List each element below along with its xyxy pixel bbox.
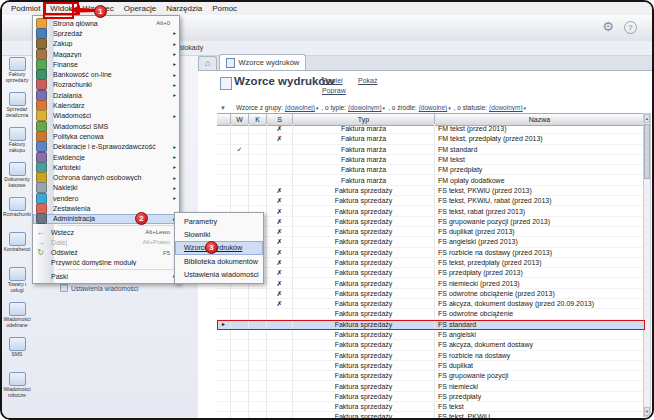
menu-item-sprzedaz[interactable]: Sprzedaż▸ (33, 28, 179, 38)
menu-item-rozrachunki[interactable]: Rozrachunki▸ (33, 80, 179, 90)
table-row[interactable]: ✗Faktura sprzedażyFS niemiecki (przed 20… (217, 278, 645, 288)
popraw-link[interactable]: Popraw (322, 87, 346, 94)
menu-item-bankowosc-on-line[interactable]: Bankowość on-line▸ (33, 69, 179, 79)
menu-item-deklaracje-i-e-sprawozdawczosc[interactable]: Deklaracje i e-Sprawozdawczość▸ (33, 142, 179, 152)
menu-item-wstecz[interactable]: ←WsteczAlt+Lewo (33, 227, 179, 237)
filter-value-dropdown[interactable]: (dowolne)▾ (419, 104, 451, 111)
menu-item-strona-glowna[interactable]: Strona głównaAlt+0 (33, 18, 179, 28)
menu-item-odswiez[interactable]: ↻OdświeżF5 (33, 248, 179, 258)
sidebar-item-rozrachunki[interactable]: Rozrachunki (2, 195, 32, 230)
table-row[interactable]: Faktura marżaFM przedpłaty (217, 165, 645, 175)
table-row[interactable]: ✗Faktura marżaFM tekst (przed 2013) (217, 124, 645, 134)
menu-item-kalendarz[interactable]: Kalendarz (33, 100, 179, 110)
menu-item-administracja[interactable]: Administracja▸ (33, 214, 179, 224)
submenu-item-slowniki[interactable]: Słowniki (175, 228, 263, 241)
cell-selector: ► (217, 320, 231, 329)
table-row[interactable]: Faktura sprzedażyFS duplikat (217, 361, 645, 371)
settings-gear-icon[interactable]: ⚙ (602, 20, 614, 33)
table-row[interactable]: Faktura sprzedażyFS angielski (217, 330, 645, 340)
table-row[interactable]: ✗Faktura sprzedażyFS tekst, rabat (przed… (217, 206, 645, 216)
submenu-item-wzorce-wydrukow[interactable]: Wzorce wydruków (175, 241, 263, 254)
table-row[interactable]: Faktura marżaFM opłaty dodatkowe (217, 175, 645, 185)
menu-item-przywroc-domyslne-moduly[interactable]: Przywróć domyślne moduły (33, 258, 179, 268)
sidebar-item-dokumenty-kasowe[interactable]: Dokumenty kasowe (2, 160, 32, 195)
menubar-item-pomoc[interactable]: Pomoc (207, 3, 242, 14)
submenu-item-ustawienia-wiadomosci[interactable]: Ustawienia wiadomości (175, 268, 263, 281)
menu-item-ochrona-danych-osobowych[interactable]: Ochrona danych osobowych▸ (33, 172, 179, 182)
tab-home[interactable]: ⌂ (198, 56, 217, 70)
menubar-item-narzedzia[interactable]: Narzędzia (161, 3, 207, 14)
sidebar-item-sprzedaz-detaliczna[interactable]: Sprzedaż detaliczna (2, 90, 32, 125)
table-row[interactable]: ✗Faktura sprzedażyFS tekst, PKWiU (przed… (217, 186, 645, 196)
powiel-link[interactable]: Powiel (322, 77, 343, 84)
home-icon: ⌂ (205, 59, 210, 68)
sidebar-item-towary-i-uslugi[interactable]: Towary i usługi (2, 265, 32, 300)
table-row[interactable]: ✗Faktura marżaFM tekst, przedpłaty (prze… (217, 134, 645, 144)
menu-item-paski[interactable]: Paski▸ (33, 271, 179, 281)
vertical-scrollbar[interactable]: ▲ ▼ (643, 113, 651, 417)
pokaz-link[interactable]: Pokaż (358, 77, 377, 84)
table-row[interactable]: Faktura sprzedażyFS przedpłaty (217, 392, 645, 402)
table-row[interactable]: ✗Faktura sprzedażyFS akcyza, dokument do… (217, 299, 645, 309)
menu-item-finanse[interactable]: Finanse▸ (33, 59, 179, 69)
scroll-down-icon[interactable]: ▼ (644, 407, 650, 416)
table-row[interactable]: ►Faktura sprzedażyFS standard (217, 320, 645, 330)
cell-nazwa: FM standard (435, 145, 645, 154)
menu-item-zakup[interactable]: Zakup▸ (33, 39, 179, 49)
menu-item-kartoteki[interactable]: Kartoteki▸ (33, 162, 179, 172)
cell-nazwa: FS przedpłaty (435, 392, 645, 401)
menu-item-wiadomosci[interactable]: Wiadomości▸ (33, 111, 179, 121)
cell-k (249, 351, 267, 360)
table-row[interactable]: Faktura sprzedażyFS rozbicie na dostawy (217, 351, 645, 361)
shortcut-item-label[interactable]: blokady (179, 44, 203, 51)
menubar-item-operacje[interactable]: Operacje (119, 3, 161, 14)
tab-wzorce-wydrukow[interactable]: Wzorce wydruków (219, 54, 306, 70)
sidebar-item-sms[interactable]: SMS (2, 335, 32, 370)
table-row[interactable]: ✗Faktura sprzedażyFS grupowanie pozycji … (217, 217, 645, 227)
table-row[interactable]: ✗Faktura sprzedażyFS duplikat (przed 201… (217, 227, 645, 237)
sidebar-item-wiadomosci-odebrane[interactable]: Wiadomości odebrane (2, 300, 32, 335)
menu-item-zestawienia[interactable]: Zestawienia (33, 203, 179, 213)
filter-value-dropdown[interactable]: (dowolnej)▾ (285, 104, 319, 111)
menu-item-ewidencje[interactable]: Ewidencje▸ (33, 152, 179, 162)
menu-item-wiadomosci-sms[interactable]: Wiadomości SMS (33, 121, 179, 131)
menu-item-dalej[interactable]: →DalejAlt+Prawo (33, 237, 179, 247)
submenu-item-biblioteka-dokumentow[interactable]: Biblioteka dokumentów (175, 255, 263, 268)
sidebar-item-label: Wiadomości robocze (2, 386, 32, 398)
menu-item-magazyn[interactable]: Magazyn▸ (33, 49, 179, 59)
help-icon[interactable]: ? (624, 21, 637, 34)
submenu-item-parametry[interactable]: Parametry (175, 215, 263, 228)
table-row[interactable]: Faktura sprzedażyFS grupowanie pozycji (217, 371, 645, 381)
menu-item-vendero[interactable]: vendero▸ (33, 193, 179, 203)
menubar-item-podmiot[interactable]: Podmiot (6, 3, 45, 14)
menu-item-polityka-cenowa[interactable]: Polityka cenowa (33, 131, 179, 141)
table-row[interactable]: ✓Faktura marżaFM standard (217, 145, 645, 155)
filter-value-dropdown[interactable]: (dowolnym)▾ (348, 104, 385, 111)
table-row[interactable]: Faktura marżaFM tekst (217, 155, 645, 165)
table-row[interactable]: ✗Faktura sprzedażyFS rozbicie na dostawy… (217, 248, 645, 258)
filter-value-dropdown[interactable]: (dowolnym)▾ (489, 104, 526, 111)
x-mark-icon: ✗ (277, 238, 283, 245)
table-row[interactable]: Faktura sprzedażyFS akcyza, dokument dos… (217, 340, 645, 350)
table-row[interactable]: Faktura sprzedażyFS odwrotne obciążenie (217, 309, 645, 319)
sidebar-item-wiadomosci-robocze[interactable]: Wiadomości robocze (2, 370, 32, 405)
scrollbar-thumb[interactable] (644, 124, 650, 179)
table-row[interactable]: ✗Faktura sprzedażyFS angielski (przed 20… (217, 237, 645, 247)
table-row[interactable]: Faktura sprzedażyFS tekst, PKWiU (217, 412, 645, 418)
sidebar-item-kontrahenci[interactable]: Kontrahenci (2, 230, 32, 265)
table-row[interactable]: ✗Faktura sprzedażyFS tekst, PKWiU, rabat… (217, 196, 645, 206)
forward-arrow-icon: → (36, 238, 45, 247)
table-row[interactable]: ✗Faktura sprzedażyFS przedpłaty (przed 2… (217, 268, 645, 278)
menu-item-naklejki[interactable]: Naklejki▸ (33, 183, 179, 193)
cell-s (267, 412, 293, 418)
menu-item-dzialania[interactable]: Działania▸ (33, 90, 179, 100)
scroll-up-icon[interactable]: ▲ (644, 114, 650, 123)
table-row[interactable]: Faktura sprzedażyFS tekst (217, 402, 645, 412)
sidebar-item-ustawienia-wiadomosci[interactable]: Ustawienia wiadomości (60, 284, 139, 292)
filter-funnel-icon[interactable]: ▼ (220, 105, 226, 111)
table-row[interactable]: ✗Faktura sprzedażyFS odwrotne obciążenie… (217, 289, 645, 299)
table-row[interactable]: ✗Faktura sprzedażyFS tekst, przedpłaty (… (217, 258, 645, 268)
sidebar-item-faktury-sprzedazy[interactable]: Faktury sprzedaży (2, 55, 32, 90)
table-row[interactable]: Faktura sprzedażyFS niemiecki (217, 381, 645, 391)
sidebar-item-faktury-zakupu[interactable]: Faktury zakupu (2, 125, 32, 160)
